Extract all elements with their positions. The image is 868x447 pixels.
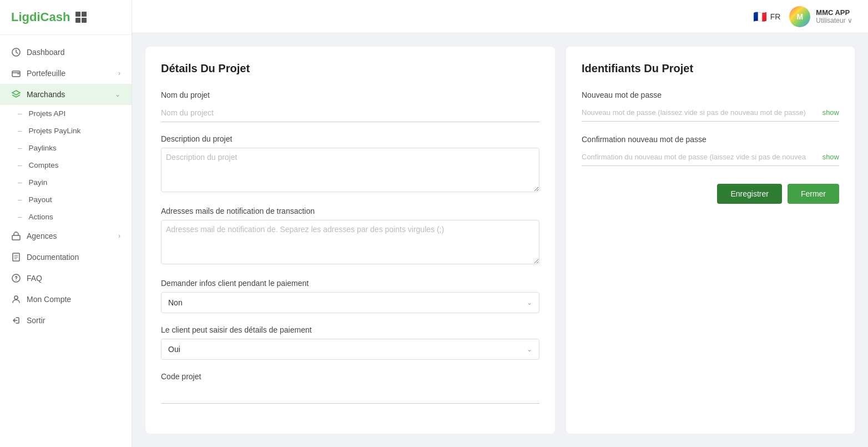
show-password-toggle[interactable]: show xyxy=(822,108,839,117)
confirm-password-wrapper: show xyxy=(582,148,839,166)
sidebar-item-actions[interactable]: – Actions xyxy=(0,208,132,225)
form-group-demander: Demander infos client pendant le paiemen… xyxy=(161,279,539,313)
label-confirm-password: Confirmation nouveau mot de passe xyxy=(582,135,839,144)
sidebar: LigdiCash Dashboard Portefeuille › xyxy=(0,0,132,447)
project-details-card: Détails Du Projet Nom du projet Descript… xyxy=(145,47,555,434)
form-group-adresses: Adresses mails de notification de transa… xyxy=(161,207,539,267)
sidebar-item-portefeuille[interactable]: Portefeuille › xyxy=(0,63,132,84)
sidebar-item-projets-api[interactable]: – Projets API xyxy=(0,105,132,122)
user-menu[interactable]: M MMC APP Utilisateur ∨ xyxy=(789,6,852,27)
faq-icon xyxy=(11,273,21,283)
sidebar-item-dashboard[interactable]: Dashboard xyxy=(0,42,132,63)
sidebar-nav: Dashboard Portefeuille › Marchands ⌄ – xyxy=(0,35,132,447)
doc-icon xyxy=(11,252,21,262)
svg-point-6 xyxy=(14,296,18,299)
flag-icon: 🇫🇷 xyxy=(753,10,767,23)
chevron-right-icon: › xyxy=(118,232,120,240)
card-title-left: Détails Du Projet xyxy=(161,62,539,75)
sidebar-item-sortir[interactable]: Sortir xyxy=(0,310,132,331)
label-adresses: Adresses mails de notification de transa… xyxy=(161,207,539,215)
input-code-projet[interactable] xyxy=(161,385,539,404)
select-demander[interactable]: Non Oui xyxy=(162,293,539,313)
dash-icon: – xyxy=(18,144,22,152)
sidebar-item-marchands-label: Marchands xyxy=(27,90,65,99)
agences-icon xyxy=(11,231,21,241)
select-wrapper-demander: Non Oui ⌄ xyxy=(161,292,539,313)
identifiants-card: Identifiants Du Projet Nouveau mot de pa… xyxy=(566,47,855,434)
language-selector[interactable]: 🇫🇷 FR xyxy=(753,10,781,23)
new-password-section: Nouveau mot de passe show xyxy=(582,91,839,122)
close-button[interactable]: Fermer xyxy=(788,184,839,204)
dash-icon: – xyxy=(18,161,22,169)
sidebar-item-documentation[interactable]: Documentation xyxy=(0,247,132,268)
logout-icon xyxy=(11,315,21,325)
input-confirm-password[interactable] xyxy=(582,148,839,165)
form-group-nom: Nom du projet xyxy=(161,91,539,122)
sidebar-item-faq[interactable]: FAQ xyxy=(0,268,132,289)
dash-icon: – xyxy=(18,213,22,221)
form-group-description: Description du projet xyxy=(161,134,539,194)
layers-icon xyxy=(11,89,21,99)
chevron-right-icon: › xyxy=(118,69,120,77)
sidebar-item-paylinks[interactable]: – Paylinks xyxy=(0,139,132,157)
svg-rect-2 xyxy=(12,235,20,240)
label-demander: Demander infos client pendant le paiemen… xyxy=(161,279,539,288)
page-content: Détails Du Projet Nom du projet Descript… xyxy=(132,33,868,447)
input-nom-projet[interactable] xyxy=(161,104,539,122)
card-title-right: Identifiants Du Projet xyxy=(582,62,839,75)
save-button[interactable]: Enregistrer xyxy=(717,184,781,204)
grid-icon[interactable] xyxy=(75,12,87,23)
select-wrapper-client: Oui Non ⌄ xyxy=(161,339,539,360)
form-group-client: Le client peut saisir des détails de pai… xyxy=(161,325,539,360)
dash-icon: – xyxy=(18,195,22,204)
sidebar-item-agences[interactable]: Agences › xyxy=(0,225,132,247)
chevron-down-icon: ⌄ xyxy=(115,91,120,98)
label-new-password: Nouveau mot de passe xyxy=(582,91,839,99)
avatar: M xyxy=(789,6,810,27)
dash-icon: – xyxy=(18,127,22,135)
wallet-icon xyxy=(11,68,21,78)
account-icon xyxy=(11,294,21,304)
label-nom-projet: Nom du projet xyxy=(161,91,539,99)
topbar: 🇫🇷 FR M MMC APP Utilisateur ∨ xyxy=(132,0,868,33)
lang-label: FR xyxy=(770,12,781,21)
textarea-adresses[interactable] xyxy=(161,220,539,264)
dash-icon: – xyxy=(18,178,22,187)
logo-text: LigdiCash xyxy=(11,10,70,24)
dashboard-icon xyxy=(11,47,21,57)
user-info: MMC APP Utilisateur ∨ xyxy=(816,8,852,24)
sidebar-item-comptes[interactable]: – Comptes xyxy=(0,157,132,174)
select-client[interactable]: Oui Non xyxy=(162,339,539,359)
svg-point-5 xyxy=(16,280,17,281)
user-app-name: MMC APP xyxy=(816,8,852,17)
sidebar-item-dashboard-label: Dashboard xyxy=(27,48,65,57)
label-client: Le client peut saisir des détails de pai… xyxy=(161,325,539,334)
sidebar-item-projets-paylink[interactable]: – Projets PayLink xyxy=(0,122,132,139)
input-new-password[interactable] xyxy=(582,104,839,121)
sidebar-item-marchands[interactable]: Marchands ⌄ xyxy=(0,84,132,105)
new-password-wrapper: show xyxy=(582,104,839,122)
user-role-label: Utilisateur ∨ xyxy=(816,17,852,24)
textarea-description[interactable] xyxy=(161,148,539,192)
main-area: 🇫🇷 FR M MMC APP Utilisateur ∨ Détails Du… xyxy=(132,0,868,447)
form-group-code: Code projet xyxy=(161,372,539,404)
logo-area[interactable]: LigdiCash xyxy=(0,0,132,35)
show-confirm-toggle[interactable]: show xyxy=(822,153,839,161)
sidebar-item-mon-compte[interactable]: Mon Compte xyxy=(0,289,132,310)
label-description: Description du projet xyxy=(161,134,539,143)
sidebar-item-payin[interactable]: – Payin xyxy=(0,174,132,191)
sidebar-item-payout[interactable]: – Payout xyxy=(0,191,132,208)
sidebar-item-portefeuille-label: Portefeuille xyxy=(27,69,65,78)
dash-icon: – xyxy=(18,109,22,118)
confirm-password-section: Confirmation nouveau mot de passe show xyxy=(582,135,839,166)
action-buttons: Enregistrer Fermer xyxy=(582,184,839,204)
label-code-projet: Code projet xyxy=(161,372,539,381)
